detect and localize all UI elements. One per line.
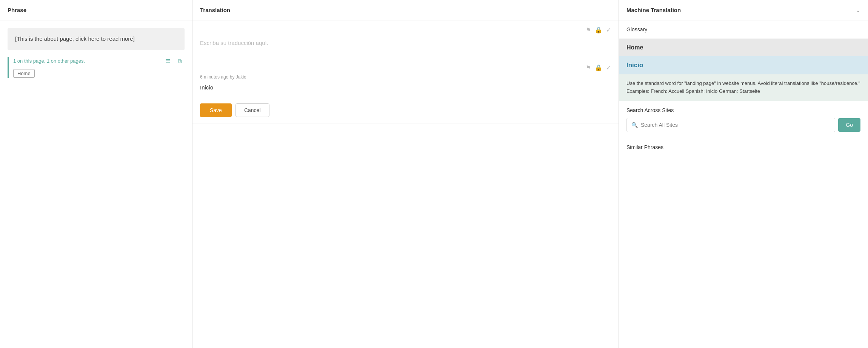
home-label: Home [626,44,643,51]
flag-icon-1[interactable]: ⚑ [586,26,591,34]
phrase-text-box: [This is the about page, click here to r… [8,28,185,50]
phrase-meta: 1 on this page, 1 on other pages. ☰ ⧉ Ho… [8,57,185,78]
save-button[interactable]: Save [200,103,232,117]
check-icon-2[interactable]: ✓ [606,64,611,71]
translation-header-label: Translation [200,7,230,13]
phrase-icons: ☰ ⧉ [163,57,185,65]
phrase-content: [This is the about page, click here to r… [0,20,192,348]
translation-meta-2: 6 minutes ago by Jakie [200,74,611,80]
copy-icon[interactable]: ⧉ [175,57,185,65]
translation-input-wrapper: Inicio [200,83,611,97]
translation-panel-header: Translation [192,0,619,20]
phrase-tag: Home [13,69,35,78]
search-across-sites-label: Search Across Sites [626,107,860,113]
translation-content: ⚑ 🔒 ✓ Escriba su traducción aquí. ⚑ 🔒 ✓ … [192,20,619,348]
translation-panel: Translation ⚑ 🔒 ✓ Escriba su traducción … [192,0,619,348]
inicio-row: Inicio [619,56,868,74]
search-icon: 🔍 [631,122,638,128]
machine-translation-title: Machine Translation [626,7,681,13]
glossary-label: Glossary [626,26,647,32]
search-section: Search Across Sites 🔍 Go [619,101,868,138]
similar-phrases-label: Similar Phrases [626,144,663,150]
main-layout: Phrase [This is the about page, click he… [0,0,868,348]
search-row: 🔍 Go [626,118,860,132]
lock-icon-2[interactable]: 🔒 [595,64,602,71]
phrase-panel: Phrase [This is the about page, click he… [0,0,192,348]
check-icon-1[interactable]: ✓ [606,26,611,34]
chevron-down-icon[interactable]: ⌄ [856,7,860,13]
translation-placeholder-1[interactable]: Escriba su traducción aquí. [200,37,611,52]
go-button[interactable]: Go [838,118,860,132]
lock-icon-1[interactable]: 🔒 [595,26,602,34]
phrase-panel-header: Phrase [0,0,192,20]
glossary-section: Glossary [619,20,868,39]
glossary-note: Use the standard word for "landing page"… [619,74,868,101]
cancel-button[interactable]: Cancel [235,103,269,117]
translation-block-1: ⚑ 🔒 ✓ Escriba su traducción aquí. [192,20,619,58]
search-input-wrapper: 🔍 [626,118,835,132]
phrase-occurrence: 1 on this page, 1 on other pages. ☰ ⧉ [13,57,185,65]
translation-actions-2: ⚑ 🔒 ✓ [200,64,611,71]
translation-input[interactable]: Inicio [200,83,611,96]
home-row: Home [619,39,868,56]
flag-icon-2[interactable]: ⚑ [586,64,591,71]
phrase-header-label: Phrase [8,7,26,13]
right-panel: Machine Translation ⌄ Glossary Home Inic… [619,0,868,348]
inicio-label: Inicio [626,62,643,69]
translation-buttons: Save Cancel [200,103,611,117]
occurrence-text: 1 on this page, 1 on other pages. [13,58,85,64]
search-all-sites-input[interactable] [641,118,830,132]
translation-block-2: ⚑ 🔒 ✓ 6 minutes ago by Jakie Inicio Save… [192,58,619,123]
list-icon[interactable]: ☰ [163,57,172,65]
right-panel-header: Machine Translation ⌄ [619,0,868,20]
similar-phrases-section: Similar Phrases [619,138,868,156]
translation-actions-1: ⚑ 🔒 ✓ [200,26,611,34]
search-input-row: 🔍 Go [626,118,860,132]
